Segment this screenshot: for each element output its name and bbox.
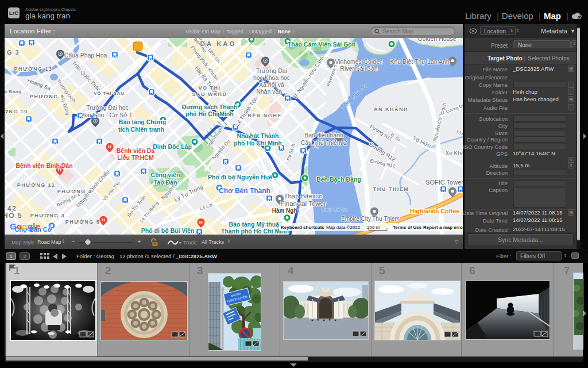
svg-text:Chợ Bến Thành: Chợ Bến Thành xyxy=(219,187,270,195)
svg-text:River Sài Gòn: River Sài Gòn xyxy=(340,65,378,72)
svg-text:PHƯỜNG 3: PHƯỜNG 3 xyxy=(30,212,65,218)
svg-text:Thảo Cầm Viên Sài Gòn: Thảo Cầm Viên Sài Gòn xyxy=(288,41,355,48)
svg-text:Report a map error: Report a map error xyxy=(423,225,463,230)
svg-text:Phố đi bộ Nguyễn Huệ: Phố đi bộ Nguyễn Huệ xyxy=(208,174,272,181)
svg-text:Nhân văn...: Nhân văn... xyxy=(256,88,287,95)
svg-text:o: o xyxy=(22,221,28,231)
svg-text:PHƯỜNG 9: PHƯỜNG 9 xyxy=(30,93,65,99)
svg-text:Rạch Cá Tre: Rạch Cá Tre xyxy=(322,207,347,212)
svg-text:PHƯỜNG 4: PHƯỜNG 4 xyxy=(57,188,92,194)
svg-text:G: G xyxy=(10,221,17,231)
svg-text:VÕ THỊ SÁU: VÕ THỊ SÁU xyxy=(94,91,125,96)
svg-text:Khu Biệt Thự Lan Anh: Khu Biệt Thự Lan Anh xyxy=(390,58,449,65)
svg-text:SOFIC Tower: SOFIC Tower xyxy=(425,179,463,186)
svg-text:PHƯỜNG 13: PHƯỜNG 13 xyxy=(14,66,52,72)
svg-text:Xã hội và: Xã hội và xyxy=(259,81,284,88)
svg-text:Tao Đàn: Tao Đàn xyxy=(154,179,177,186)
svg-text:Phố đi bộ Bùi Viện: Phố đi bộ Bùi Viện xyxy=(141,227,195,235)
svg-text:Golden House: Golden House xyxy=(417,38,456,42)
svg-text:Liễu TP.HCM: Liễu TP.HCM xyxy=(117,154,154,161)
svg-text:e: e xyxy=(36,221,40,231)
svg-text:Keyboard shortcuts: Keyboard shortcuts xyxy=(281,225,324,230)
svg-text:Map data ©2022: Map data ©2022 xyxy=(326,225,361,230)
svg-text:Bệnh viện Bình Dân: Bệnh viện Bình Dân xyxy=(16,162,72,170)
svg-text:phố Hồ Chí Minh: phố Hồ Chí Minh xyxy=(234,140,281,147)
svg-text:Thành phố Hồ Chí Minh: Thành phố Hồ Chí Minh xyxy=(221,228,289,235)
svg-text:PHƯỜNG 5: PHƯỜNG 5 xyxy=(65,218,100,225)
svg-text:Financial Tower: Financial Tower xyxy=(280,200,326,207)
svg-text:Nhà hát Thành: Nhà hát Thành xyxy=(237,132,279,139)
svg-text:Terms of Use: Terms of Use xyxy=(393,225,422,230)
svg-text:Ban điều hành: Ban điều hành xyxy=(304,132,343,139)
svg-text:Vinhomes Golden: Vinhomes Golden xyxy=(335,58,382,65)
svg-text:Công viên: Công viên xyxy=(151,171,180,178)
svg-text:SAU WARD: SAU WARD xyxy=(192,91,227,97)
svg-text:Tháp Bitexco: Tháp Bitexco xyxy=(284,193,322,200)
svg-text:phố Hồ Chí Minh: phố Hồ Chí Minh xyxy=(185,110,233,117)
svg-text:Xe Khá: Xe Khá xyxy=(446,150,463,156)
svg-text:AN KHÁNH: AN KHÁNH xyxy=(374,106,408,112)
svg-text:Bến Bạch Đằng: Bến Bạch Đằng xyxy=(316,176,361,183)
svg-text:ần Đang: ần Đang xyxy=(5,89,22,94)
svg-text:Chùa Pháp Hoa: Chùa Pháp Hoa xyxy=(64,52,107,59)
svg-text:o: o xyxy=(17,221,22,231)
svg-text:g: g xyxy=(28,221,33,231)
svg-text:DA KAO: DA KAO xyxy=(200,40,237,47)
svg-text:Trường Đại học: Trường Đại học xyxy=(86,104,129,111)
svg-text:THU THIEM: THU THIEM xyxy=(373,186,409,192)
svg-text:Trường Đại: Trường Đại xyxy=(256,67,287,74)
svg-text:Cầu Thủ Thiêm 2: Cầu Thủ Thiêm 2 xyxy=(301,139,347,146)
svg-text:Hàm Nghi: Hàm Nghi xyxy=(272,208,299,214)
svg-text:Highlands Coffee: Highlands Coffee xyxy=(410,208,459,214)
svg-text:VO THI: VO THI xyxy=(198,85,220,91)
svg-text:BẾN NGHÉ: BẾN NGHÉ xyxy=(247,113,282,118)
svg-text:Sài Gòn - Cơ Sở 1: Sài Gòn - Cơ Sở 1 xyxy=(82,112,132,118)
svg-text:Bảo tàng Chứng: Bảo tàng Chứng xyxy=(119,118,166,125)
svg-text:Dinh Độc Lập: Dinh Độc Lập xyxy=(153,143,192,151)
svg-text:tích Chiến tranh: tích Chiến tranh xyxy=(118,126,164,133)
svg-text:học Khoa học: học Khoa học xyxy=(253,74,290,81)
svg-text:HỐ 5: HỐ 5 xyxy=(5,211,22,220)
svg-text:ƯỜNG 10: ƯỜNG 10 xyxy=(5,108,28,114)
svg-text:Đường sách Thành: Đường sách Thành xyxy=(182,103,238,110)
svg-text:PHƯỜNG 11: PHƯỜNG 11 xyxy=(17,182,56,188)
svg-text:Empire City Thu Thiem: Empire City Thu Thiem xyxy=(341,216,400,222)
svg-text:G 3: G 3 xyxy=(7,49,20,56)
